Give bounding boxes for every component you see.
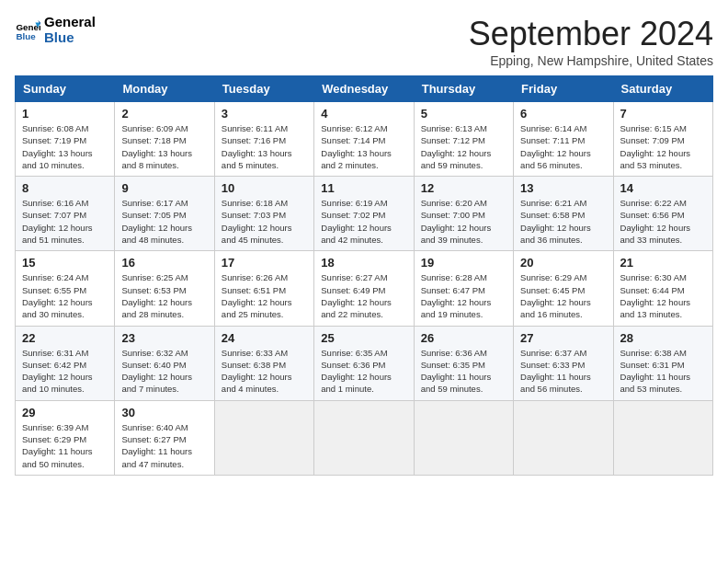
calendar-cell: 22Sunrise: 6:31 AM Sunset: 6:42 PM Dayli… xyxy=(16,326,115,400)
calendar-cell: 27Sunrise: 6:37 AM Sunset: 6:33 PM Dayli… xyxy=(514,326,613,400)
calendar-cell: 6Sunrise: 6:14 AM Sunset: 7:11 PM Daylig… xyxy=(514,102,613,177)
calendar-cell: 19Sunrise: 6:28 AM Sunset: 6:47 PM Dayli… xyxy=(414,251,513,326)
cell-text: Sunrise: 6:26 AM Sunset: 6:51 PM Dayligh… xyxy=(222,271,307,320)
cell-text: Sunrise: 6:38 AM Sunset: 6:31 PM Dayligh… xyxy=(620,347,706,396)
day-header-saturday: Saturday xyxy=(613,76,712,102)
calendar-cell: 28Sunrise: 6:38 AM Sunset: 6:31 PM Dayli… xyxy=(613,326,712,400)
day-number: 30 xyxy=(121,406,207,419)
calendar-cell: 9Sunrise: 6:17 AM Sunset: 7:05 PM Daylig… xyxy=(115,177,214,251)
day-number: 13 xyxy=(520,181,606,195)
day-number: 4 xyxy=(321,107,406,121)
calendar-cell: 8Sunrise: 6:16 AM Sunset: 7:07 PM Daylig… xyxy=(16,177,115,251)
calendar-cell xyxy=(214,400,313,475)
month-title: September 2024 xyxy=(469,15,713,53)
day-number: 20 xyxy=(520,256,606,270)
cell-text: Sunrise: 6:40 AM Sunset: 6:27 PM Dayligh… xyxy=(121,421,207,470)
calendar-cell: 2Sunrise: 6:09 AM Sunset: 7:18 PM Daylig… xyxy=(115,102,214,177)
cell-text: Sunrise: 6:20 AM Sunset: 7:00 PM Dayligh… xyxy=(421,197,506,246)
day-number: 25 xyxy=(321,331,406,345)
day-number: 12 xyxy=(421,181,506,195)
day-number: 28 xyxy=(620,331,706,345)
calendar-cell: 15Sunrise: 6:24 AM Sunset: 6:55 PM Dayli… xyxy=(16,251,115,326)
cell-text: Sunrise: 6:27 AM Sunset: 6:49 PM Dayligh… xyxy=(321,271,406,320)
day-number: 29 xyxy=(22,406,108,419)
day-number: 27 xyxy=(520,331,606,345)
day-header-thursday: Thursday xyxy=(414,76,513,102)
day-number: 11 xyxy=(321,181,406,195)
day-number: 10 xyxy=(222,181,307,195)
calendar-cell: 13Sunrise: 6:21 AM Sunset: 6:58 PM Dayli… xyxy=(514,177,613,251)
day-number: 7 xyxy=(620,107,706,121)
calendar-cell: 7Sunrise: 6:15 AM Sunset: 7:09 PM Daylig… xyxy=(613,102,712,177)
cell-text: Sunrise: 6:24 AM Sunset: 6:55 PM Dayligh… xyxy=(22,271,108,320)
calendar-cell: 14Sunrise: 6:22 AM Sunset: 6:56 PM Dayli… xyxy=(613,177,712,251)
cell-text: Sunrise: 6:18 AM Sunset: 7:03 PM Dayligh… xyxy=(222,197,307,246)
cell-text: Sunrise: 6:31 AM Sunset: 6:42 PM Dayligh… xyxy=(22,347,108,396)
calendar-cell xyxy=(414,400,513,475)
svg-text:Blue: Blue xyxy=(16,30,36,40)
calendar-cell: 5Sunrise: 6:13 AM Sunset: 7:12 PM Daylig… xyxy=(414,102,513,177)
page-header: General Blue General Blue September 2024… xyxy=(15,15,713,68)
calendar-cell: 10Sunrise: 6:18 AM Sunset: 7:03 PM Dayli… xyxy=(214,177,313,251)
cell-text: Sunrise: 6:33 AM Sunset: 6:38 PM Dayligh… xyxy=(222,347,307,396)
cell-text: Sunrise: 6:28 AM Sunset: 6:47 PM Dayligh… xyxy=(421,271,506,320)
cell-text: Sunrise: 6:15 AM Sunset: 7:09 PM Dayligh… xyxy=(620,122,706,171)
day-number: 9 xyxy=(121,181,207,195)
day-number: 19 xyxy=(421,256,506,270)
calendar-cell: 16Sunrise: 6:25 AM Sunset: 6:53 PM Dayli… xyxy=(115,251,214,326)
day-header-sunday: Sunday xyxy=(16,76,115,102)
calendar-cell: 29Sunrise: 6:39 AM Sunset: 6:29 PM Dayli… xyxy=(16,400,115,475)
day-number: 17 xyxy=(222,256,307,270)
day-number: 5 xyxy=(421,107,506,121)
calendar-cell xyxy=(314,400,414,475)
calendar-week-row: 22Sunrise: 6:31 AM Sunset: 6:42 PM Dayli… xyxy=(16,326,713,400)
calendar-cell: 20Sunrise: 6:29 AM Sunset: 6:45 PM Dayli… xyxy=(514,251,613,326)
logo: General Blue General Blue xyxy=(15,15,96,45)
cell-text: Sunrise: 6:35 AM Sunset: 6:36 PM Dayligh… xyxy=(321,347,406,396)
cell-text: Sunrise: 6:11 AM Sunset: 7:16 PM Dayligh… xyxy=(222,122,307,171)
day-number: 3 xyxy=(222,107,307,121)
cell-text: Sunrise: 6:17 AM Sunset: 7:05 PM Dayligh… xyxy=(121,197,207,246)
cell-text: Sunrise: 6:08 AM Sunset: 7:19 PM Dayligh… xyxy=(22,122,108,171)
day-header-wednesday: Wednesday xyxy=(314,76,414,102)
cell-text: Sunrise: 6:29 AM Sunset: 6:45 PM Dayligh… xyxy=(520,271,606,320)
calendar-cell: 17Sunrise: 6:26 AM Sunset: 6:51 PM Dayli… xyxy=(214,251,313,326)
cell-text: Sunrise: 6:16 AM Sunset: 7:07 PM Dayligh… xyxy=(22,197,108,246)
day-number: 22 xyxy=(22,331,108,345)
calendar-week-row: 1Sunrise: 6:08 AM Sunset: 7:19 PM Daylig… xyxy=(16,102,713,177)
calendar-cell: 25Sunrise: 6:35 AM Sunset: 6:36 PM Dayli… xyxy=(314,326,414,400)
title-block: September 2024 Epping, New Hampshire, Un… xyxy=(469,15,713,68)
calendar-cell xyxy=(613,400,712,475)
cell-text: Sunrise: 6:14 AM Sunset: 7:11 PM Dayligh… xyxy=(520,122,606,171)
day-number: 6 xyxy=(520,107,606,121)
day-number: 24 xyxy=(222,331,307,345)
day-number: 1 xyxy=(22,107,108,121)
calendar-cell: 23Sunrise: 6:32 AM Sunset: 6:40 PM Dayli… xyxy=(115,326,214,400)
day-number: 16 xyxy=(121,256,207,270)
calendar-cell: 4Sunrise: 6:12 AM Sunset: 7:14 PM Daylig… xyxy=(314,102,414,177)
calendar-cell: 1Sunrise: 6:08 AM Sunset: 7:19 PM Daylig… xyxy=(16,102,115,177)
cell-text: Sunrise: 6:13 AM Sunset: 7:12 PM Dayligh… xyxy=(421,122,506,171)
calendar-cell: 24Sunrise: 6:33 AM Sunset: 6:38 PM Dayli… xyxy=(214,326,313,400)
cell-text: Sunrise: 6:09 AM Sunset: 7:18 PM Dayligh… xyxy=(121,122,207,171)
calendar-table: SundayMondayTuesdayWednesdayThursdayFrid… xyxy=(15,75,713,476)
cell-text: Sunrise: 6:19 AM Sunset: 7:02 PM Dayligh… xyxy=(321,197,406,246)
calendar-cell: 12Sunrise: 6:20 AM Sunset: 7:00 PM Dayli… xyxy=(414,177,513,251)
day-number: 18 xyxy=(321,256,406,270)
calendar-week-row: 15Sunrise: 6:24 AM Sunset: 6:55 PM Dayli… xyxy=(16,251,713,326)
calendar-cell xyxy=(514,400,613,475)
calendar-cell: 21Sunrise: 6:30 AM Sunset: 6:44 PM Dayli… xyxy=(613,251,712,326)
calendar-cell: 3Sunrise: 6:11 AM Sunset: 7:16 PM Daylig… xyxy=(214,102,313,177)
cell-text: Sunrise: 6:39 AM Sunset: 6:29 PM Dayligh… xyxy=(22,421,108,470)
logo-icon: General Blue xyxy=(15,17,40,43)
calendar-cell: 11Sunrise: 6:19 AM Sunset: 7:02 PM Dayli… xyxy=(314,177,414,251)
cell-text: Sunrise: 6:21 AM Sunset: 6:58 PM Dayligh… xyxy=(520,197,606,246)
calendar-cell: 18Sunrise: 6:27 AM Sunset: 6:49 PM Dayli… xyxy=(314,251,414,326)
day-number: 21 xyxy=(620,256,706,270)
day-header-tuesday: Tuesday xyxy=(214,76,313,102)
calendar-header-row: SundayMondayTuesdayWednesdayThursdayFrid… xyxy=(16,76,713,102)
cell-text: Sunrise: 6:12 AM Sunset: 7:14 PM Dayligh… xyxy=(321,122,406,171)
day-header-friday: Friday xyxy=(514,76,613,102)
calendar-week-row: 29Sunrise: 6:39 AM Sunset: 6:29 PM Dayli… xyxy=(16,400,713,475)
calendar-cell: 30Sunrise: 6:40 AM Sunset: 6:27 PM Dayli… xyxy=(115,400,214,475)
